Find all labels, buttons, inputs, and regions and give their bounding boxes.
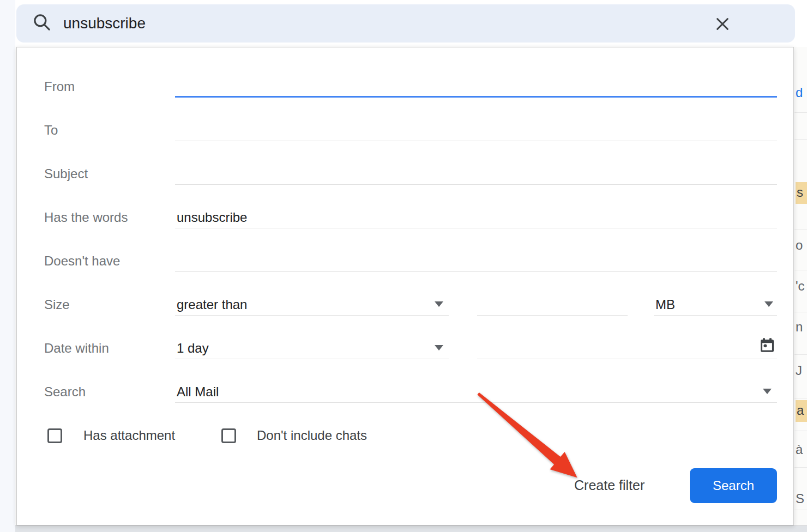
calendar-icon[interactable] (758, 336, 776, 356)
gmail-advanced-search-screen: dso'cnJaàS unsubscribe From To (0, 0, 807, 532)
background-row-separator (794, 229, 807, 229)
background-text-fragment: n (796, 319, 803, 335)
has-attachment-label[interactable]: Has attachment (83, 428, 175, 443)
has-words-label: Has the words (44, 210, 128, 225)
background-text-fragment: o (796, 238, 803, 253)
from-underline (175, 96, 777, 98)
close-icon[interactable] (713, 15, 732, 33)
background-text-fragment: à (796, 442, 803, 457)
date-input[interactable] (477, 337, 777, 359)
from-input[interactable] (175, 76, 777, 98)
background-text-fragment: S (796, 491, 804, 506)
page-background-left (0, 0, 15, 532)
advanced-search-panel: From To Subject Has the words unsubscrib… (16, 47, 794, 525)
background-text-fragment: J (796, 363, 802, 378)
no-chats-label[interactable]: Don't include chats (257, 428, 367, 443)
from-label: From (44, 80, 75, 94)
background-row-separator (794, 312, 807, 312)
date-range-dropdown[interactable]: 1 day (175, 337, 449, 359)
chevron-down-icon (435, 345, 443, 350)
background-text-fragment: d (796, 85, 803, 100)
date-within-label: Date within (44, 341, 109, 355)
create-filter-button[interactable]: Create filter (574, 477, 645, 493)
background-row-separator (794, 510, 807, 510)
has-words-input[interactable]: unsubscribe (175, 207, 777, 228)
subject-input[interactable] (175, 163, 777, 185)
to-label: To (44, 123, 58, 137)
to-input[interactable] (175, 119, 777, 141)
chevron-down-icon (764, 301, 773, 307)
search-scope-dropdown[interactable]: All Mail (175, 381, 777, 403)
page-background-bottom (15, 525, 807, 532)
search-scope-label: Search (44, 385, 86, 399)
size-unit-dropdown[interactable]: MB (654, 294, 777, 316)
search-bar[interactable]: unsubscribe (16, 4, 795, 43)
background-text-fragment: s (796, 182, 807, 204)
background-row-separator (794, 354, 807, 355)
background-row-separator (794, 112, 807, 113)
has-attachment-checkbox[interactable] (47, 428, 62, 443)
chevron-down-icon (763, 389, 772, 394)
no-chats-checkbox[interactable] (221, 428, 236, 443)
doesnt-have-input[interactable] (175, 250, 777, 272)
background-row-separator (794, 398, 807, 398)
background-peek-strip: dso'cnJaàS (794, 47, 807, 525)
background-row-separator (794, 431, 807, 431)
background-row-separator (794, 139, 807, 140)
size-amount-input[interactable] (477, 294, 628, 316)
size-comparator-dropdown[interactable]: greater than (175, 294, 449, 316)
search-icon (32, 12, 52, 35)
background-row-separator (794, 467, 807, 468)
background-text-fragment: a (796, 400, 807, 422)
background-row-separator (794, 270, 807, 270)
background-text-fragment: 'c (796, 279, 805, 294)
chevron-down-icon (435, 301, 443, 307)
size-label: Size (44, 298, 70, 312)
subject-label: Subject (44, 167, 88, 181)
search-input[interactable]: unsubscribe (63, 15, 146, 32)
doesnt-have-label: Doesn't have (44, 254, 120, 268)
search-button[interactable]: Search (690, 468, 777, 503)
